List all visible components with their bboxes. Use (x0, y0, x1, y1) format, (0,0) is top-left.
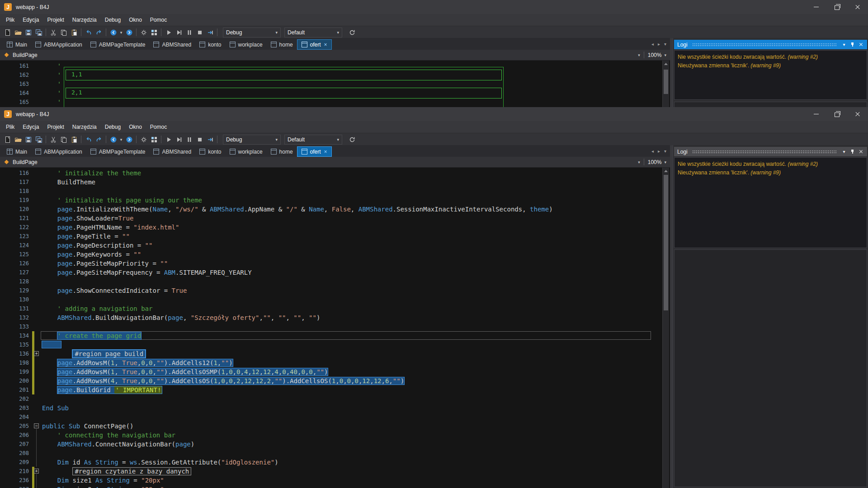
logs-panel-header[interactable]: Logi ▾ (674, 40, 867, 49)
code-line[interactable]: 208 (0, 449, 662, 458)
titlebar[interactable]: J webapp - B4J (0, 0, 868, 14)
fold-expanded-icon[interactable]: − (34, 423, 39, 428)
code-line[interactable]: 128 (0, 277, 662, 286)
tab-workplace[interactable]: workplace (226, 39, 267, 50)
save-all-icon[interactable] (33, 27, 44, 38)
open-project-icon[interactable] (13, 134, 23, 145)
menu-item-4[interactable]: Debug (101, 122, 125, 132)
code-line[interactable]: 136+ #region page build (0, 349, 662, 358)
close-tab-icon[interactable]: × (324, 149, 327, 155)
line-number[interactable]: 131 (0, 304, 29, 313)
log-warning[interactable]: Nieużywana zmienna 'licznik'. (warning #… (678, 169, 863, 177)
new-file-icon[interactable] (2, 27, 13, 38)
line-number[interactable]: 136 (0, 349, 29, 358)
line-number[interactable]: 120 (0, 205, 29, 214)
titlebar[interactable]: J webapp - B4J (0, 107, 868, 121)
line-number[interactable]: 209 (0, 458, 29, 467)
pin-icon[interactable] (850, 149, 855, 155)
modules-icon[interactable] (149, 134, 159, 145)
fold-collapsed-icon[interactable]: + (34, 469, 39, 474)
scrollbar-thumb[interactable] (664, 175, 668, 310)
stop-icon[interactable] (194, 134, 205, 145)
line-number[interactable]: 205 (0, 422, 29, 431)
navigation-dropdown-icon[interactable]: ▾ (118, 30, 124, 35)
line-number[interactable]: 210 (0, 467, 29, 476)
code-line[interactable]: 201 page.BuildGrid ' IMPORTANT! (0, 385, 662, 394)
close-button[interactable] (847, 107, 868, 121)
line-number[interactable]: 119 (0, 196, 29, 205)
panel-menu-icon[interactable]: ▾ (841, 42, 847, 47)
code-line[interactable]: 121 page.ShowLoader=True (0, 214, 662, 223)
menu-item-2[interactable]: Projekt (43, 15, 68, 25)
line-number[interactable]: 237 (0, 485, 29, 488)
logs-panel-header[interactable]: Logi ▾ (674, 147, 867, 156)
code-line[interactable]: 124 page.PageDescription = "" (0, 241, 662, 250)
debug-mode-select[interactable]: Debug▾ (223, 28, 281, 38)
restore-button[interactable] (826, 107, 847, 121)
copy-icon[interactable] (58, 134, 69, 145)
code-editor[interactable]: 116 ' initialize the theme117 BuildTheme… (0, 168, 670, 488)
tab-ofert[interactable]: ofert× (297, 39, 332, 50)
current-sub-label[interactable]: BuildPage (13, 52, 38, 58)
tab-ABMPageTemplate[interactable]: ABMPageTemplate (86, 146, 150, 157)
line-number[interactable]: 198 (0, 358, 29, 367)
step-icon[interactable] (205, 134, 215, 145)
tab-ofert[interactable]: ofert× (297, 146, 332, 157)
line-number[interactable]: 208 (0, 449, 29, 458)
resume-icon[interactable] (174, 27, 184, 38)
tab-Main[interactable]: Main (3, 146, 31, 157)
tab-list-icon[interactable]: ▾ (664, 42, 666, 47)
line-number[interactable]: 199 (0, 367, 29, 376)
pause-icon[interactable] (184, 134, 194, 145)
scroll-up-icon[interactable] (663, 168, 669, 174)
stop-icon[interactable] (194, 27, 205, 38)
code-line[interactable]: 125 page.PageKeywords = "" (0, 250, 662, 259)
undo-icon[interactable] (83, 134, 94, 145)
cut-icon[interactable] (48, 134, 58, 145)
line-number[interactable]: 206 (0, 431, 29, 440)
current-sub-label[interactable]: BuildPage (13, 159, 38, 165)
code-line[interactable]: 203End Sub (0, 404, 662, 413)
menu-item-4[interactable]: Debug (101, 15, 125, 25)
line-number[interactable]: 117 (0, 178, 29, 187)
tab-scroll-left-icon[interactable]: ◂ (651, 42, 654, 47)
redo-icon[interactable] (94, 134, 104, 145)
editor-scrollbar[interactable] (662, 61, 669, 107)
tab-Main[interactable]: Main (3, 39, 31, 50)
tab-ABMApplication[interactable]: ABMApplication (31, 39, 86, 50)
log-warning[interactable]: Nieużywana zmienna 'licznik'. (warning #… (678, 61, 863, 70)
code-line[interactable]: 237 Dim size2 As String = "28px" (0, 485, 662, 488)
save-all-icon[interactable] (33, 134, 44, 145)
line-number[interactable]: 129 (0, 286, 29, 295)
code-line[interactable]: 123 page.PageTitle = "" (0, 232, 662, 241)
code-line[interactable]: 118 (0, 187, 662, 196)
code-line[interactable]: 130 (0, 295, 662, 304)
step-icon[interactable] (205, 27, 215, 38)
navigate-back-button[interactable] (108, 134, 118, 145)
line-number[interactable]: 123 (0, 232, 29, 241)
line-number[interactable]: 130 (0, 295, 29, 304)
tab-scroll-right-icon[interactable]: ▸ (658, 42, 660, 47)
tab-home[interactable]: home (267, 39, 297, 50)
sub-dropdown-icon[interactable]: ▾ (638, 53, 640, 57)
menu-item-6[interactable]: Pomoc (146, 122, 171, 132)
code-line[interactable]: 207 ABMShared.ConnectNavigationBar(page) (0, 440, 662, 449)
code-line[interactable]: 204 (0, 413, 662, 422)
line-number[interactable]: 204 (0, 413, 29, 422)
panel-close-icon[interactable] (859, 42, 864, 47)
refresh-icon[interactable] (347, 27, 357, 38)
build-icon[interactable] (138, 27, 149, 38)
line-number[interactable]: 134 (0, 331, 29, 340)
cut-icon[interactable] (48, 27, 58, 38)
line-number[interactable]: 118 (0, 187, 29, 196)
modules-icon[interactable] (149, 27, 159, 38)
line-number[interactable]: 121 (0, 214, 29, 223)
run-button[interactable] (163, 27, 174, 38)
scrollbar-thumb[interactable] (664, 70, 668, 94)
line-number[interactable]: 207 (0, 440, 29, 449)
code-line[interactable]: 116 ' initialize the theme (0, 169, 662, 178)
line-number[interactable]: 200 (0, 376, 29, 385)
code-line[interactable]: 122 page.PageHTMLName = "index.html" (0, 223, 662, 232)
zoom-select[interactable]: 100%▾ (648, 159, 666, 165)
paste-icon[interactable] (69, 134, 79, 145)
